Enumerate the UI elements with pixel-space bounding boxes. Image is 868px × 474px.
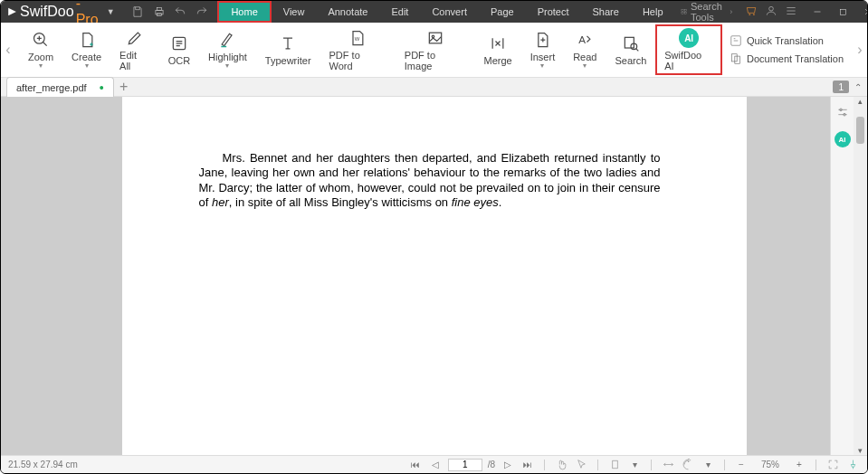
- menu-tab-convert[interactable]: Convert: [420, 1, 479, 23]
- create-button[interactable]: Create▾: [62, 26, 110, 73]
- pdf-to-image-button[interactable]: PDF to Image: [396, 24, 475, 75]
- svg-text:A: A: [579, 33, 587, 45]
- print-icon[interactable]: [150, 3, 168, 21]
- italic-fine-eyes: fine eyes: [452, 195, 499, 209]
- search-button[interactable]: Search: [606, 30, 655, 70]
- zoom-button[interactable]: Zoom▾: [19, 26, 62, 73]
- swifdoo-ai-button[interactable]: AISwifDoo AI: [655, 24, 722, 75]
- redo-icon[interactable]: [193, 3, 211, 21]
- highlight-button[interactable]: Highlight▾: [199, 26, 256, 73]
- svg-rect-18: [731, 54, 737, 62]
- single-page-view-icon[interactable]: [607, 458, 622, 472]
- ai-icon: AI: [679, 28, 699, 48]
- continuous-view-icon[interactable]: ▾: [627, 458, 642, 472]
- brand-dropdown-caret[interactable]: ▼: [107, 7, 115, 16]
- new-tab-button[interactable]: +: [114, 79, 134, 95]
- fit-width-icon[interactable]: [661, 458, 675, 472]
- page-dimensions: 21.59 x 27.94 cm: [8, 460, 78, 469]
- menu-tab-home[interactable]: Home: [217, 1, 271, 23]
- svg-rect-15: [625, 37, 634, 48]
- menu-tab-share[interactable]: Share: [581, 1, 631, 23]
- svg-point-7: [769, 6, 774, 11]
- user-icon[interactable]: [765, 5, 777, 19]
- scroll-up-icon[interactable]: ▴: [858, 97, 863, 106]
- search-tools-label: Search Tools: [691, 1, 726, 23]
- svg-rect-1: [157, 7, 161, 10]
- close-button[interactable]: [855, 1, 868, 23]
- next-page-button[interactable]: ▷: [501, 458, 515, 472]
- ribbon-scroll-right[interactable]: ›: [853, 23, 867, 77]
- zoom-level: 75%: [754, 460, 787, 469]
- fit-page-icon[interactable]: ▾: [701, 458, 715, 472]
- document-paragraph: Mrs. Bennet and her daughters then depar…: [199, 151, 661, 210]
- sidepanel-ai-icon[interactable]: AI: [835, 131, 851, 147]
- hand-tool-icon[interactable]: [554, 458, 568, 472]
- insert-button[interactable]: Insert▾: [521, 26, 564, 73]
- vertical-scrollbar[interactable]: ▴ ▾: [854, 97, 867, 455]
- ocr-button[interactable]: OCR: [159, 30, 199, 70]
- menu-tab-page[interactable]: Page: [479, 1, 526, 23]
- edit-all-button[interactable]: Edit All: [110, 24, 159, 75]
- cart-icon[interactable]: [745, 5, 758, 19]
- italic-her: her: [212, 195, 229, 209]
- scroll-down-icon[interactable]: ▾: [858, 446, 863, 455]
- zoom-out-button[interactable]: −: [734, 458, 749, 472]
- last-page-button[interactable]: ⏭: [520, 458, 535, 472]
- svg-rect-2: [157, 14, 161, 16]
- typewriter-button[interactable]: Typewriter: [256, 30, 320, 70]
- svg-rect-3: [681, 9, 682, 11]
- file-tab-label: after_merge.pdf: [16, 82, 87, 93]
- menu-tab-protect[interactable]: Protect: [526, 1, 581, 23]
- svg-rect-0: [156, 10, 163, 14]
- svg-rect-4: [684, 9, 686, 11]
- brand-name: SwifDoo: [20, 4, 74, 20]
- zoom-in-button[interactable]: +: [792, 458, 806, 472]
- file-tab[interactable]: after_merge.pdf •: [6, 77, 114, 97]
- total-pages: /8: [488, 460, 495, 469]
- maximize-button[interactable]: [830, 1, 855, 23]
- minimize-button[interactable]: [805, 1, 830, 23]
- document-page[interactable]: Mrs. Bennet and her daughters then depar…: [122, 97, 747, 455]
- svg-rect-5: [681, 13, 682, 14]
- ribbon-scroll-left[interactable]: ‹: [1, 23, 15, 77]
- select-tool-icon[interactable]: [574, 458, 588, 472]
- scrollbar-thumb[interactable]: [856, 117, 864, 144]
- fullscreen-icon[interactable]: [825, 458, 840, 472]
- first-page-button[interactable]: ⏮: [408, 458, 423, 472]
- sidepanel-settings-icon[interactable]: [835, 104, 851, 120]
- collapse-ribbon-button[interactable]: ⌃: [854, 82, 862, 92]
- read-button[interactable]: ARead▾: [564, 26, 606, 73]
- page-indicator-badge: 1: [833, 81, 849, 93]
- svg-rect-8: [840, 9, 845, 14]
- quick-translation-button[interactable]: Quick Translation: [730, 34, 844, 47]
- unsaved-indicator-icon: •: [100, 81, 104, 95]
- merge-button[interactable]: Merge: [475, 30, 521, 70]
- search-tools[interactable]: Search Tools ›: [675, 1, 739, 23]
- menu-more-icon[interactable]: [785, 5, 797, 19]
- rotate-icon[interactable]: [681, 458, 695, 472]
- svg-text:W: W: [355, 36, 360, 42]
- document-translation-button[interactable]: Document Translation: [730, 52, 844, 65]
- svg-rect-6: [684, 13, 686, 14]
- page-number-input[interactable]: [448, 459, 482, 471]
- svg-rect-22: [612, 460, 616, 469]
- pdf-to-word-button[interactable]: WPDF to Word: [320, 24, 396, 75]
- menu-tab-view[interactable]: View: [272, 1, 317, 23]
- menu-tab-help[interactable]: Help: [631, 1, 675, 23]
- pin-icon[interactable]: [845, 458, 860, 472]
- prev-page-button[interactable]: ◁: [428, 458, 443, 472]
- undo-icon[interactable]: [171, 3, 189, 21]
- svg-rect-19: [735, 56, 740, 63]
- menu-tab-edit[interactable]: Edit: [379, 1, 420, 23]
- save-icon[interactable]: [129, 3, 147, 21]
- menu-tab-annotate[interactable]: Annotate: [316, 1, 379, 23]
